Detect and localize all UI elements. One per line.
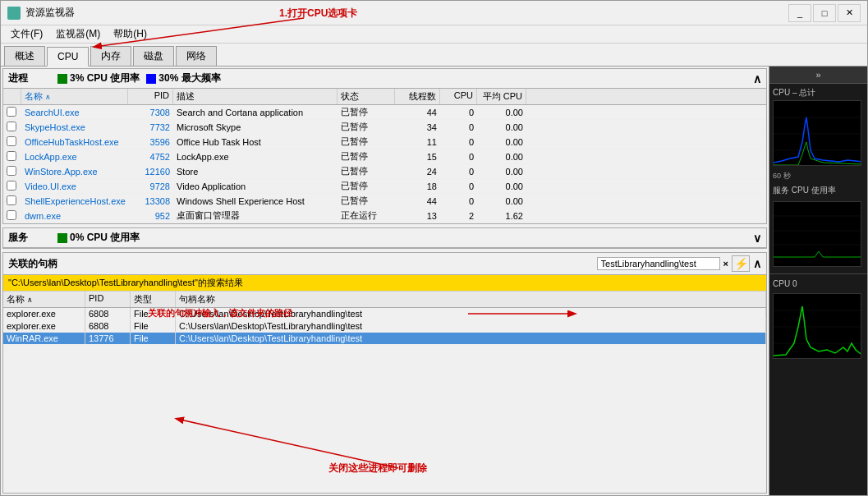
service-cpu-label: 服务 CPU 使用率 <box>773 185 864 196</box>
handles-row-handle: C:\Users\lan\Desktop\TestLibraryhandling… <box>176 320 766 332</box>
process-table-row[interactable]: OfficeHubTaskHost.exe 3596 Office Hub Ta… <box>3 135 766 149</box>
col-header-pid[interactable]: PID <box>128 89 173 104</box>
maximize-button[interactable]: □ <box>813 4 836 22</box>
graph-time-label: 60 秒 <box>773 171 864 181</box>
handles-search-input[interactable] <box>597 257 720 270</box>
row-cpu: 0 <box>440 195 477 207</box>
right-panel-toggle[interactable]: » <box>769 67 867 84</box>
close-button[interactable]: ✕ <box>838 4 861 22</box>
col-header-threads[interactable]: 线程数 <box>395 89 440 104</box>
handles-search-clear[interactable]: × <box>723 259 728 269</box>
process-table-row[interactable]: dwm.exe 952 桌面窗口管理器 正在运行 13 2 1.62 <box>3 209 766 223</box>
process-section-header: 进程 3% CPU 使用率 30% 最大频率 ∧ <box>3 69 766 89</box>
minimize-button[interactable]: _ <box>788 4 811 22</box>
menu-help[interactable]: 帮助(H) <box>107 25 154 43</box>
services-section: 服务 0% CPU 使用率 ∨ <box>2 227 767 249</box>
row-cpu: 0 <box>440 122 477 133</box>
handles-row-handle: C:\Users\lan\Desktop\TestLibraryhandling… <box>176 333 766 344</box>
row-name: LockApp.exe <box>21 151 128 163</box>
row-checkbox[interactable] <box>3 180 21 193</box>
col-header-status[interactable]: 状态 <box>338 89 395 104</box>
svg-rect-2 <box>9 17 19 18</box>
row-threads: 24 <box>395 166 440 177</box>
process-table-row[interactable]: Video.UI.exe 9728 Video Application 已暂停 … <box>3 179 766 194</box>
services-section-header: 服务 0% CPU 使用率 ∨ <box>3 228 766 248</box>
row-desc: Windows Shell Experience Host <box>173 195 338 207</box>
row-avgcpu: 0.00 <box>477 107 526 118</box>
tab-overview[interactable]: 概述 <box>4 46 45 66</box>
row-threads: 13 <box>395 210 440 222</box>
row-checkbox[interactable] <box>3 165 21 178</box>
row-checkbox[interactable] <box>3 121 21 134</box>
handles-chevron[interactable]: ∧ <box>753 257 761 270</box>
svg-rect-0 <box>8 7 20 16</box>
cpu0-graph-section <box>769 290 867 362</box>
col-header-desc[interactable]: 描述 <box>173 89 338 104</box>
handles-col-header-name[interactable]: 名称 ∧ <box>3 292 85 307</box>
cpu-green-dot <box>57 74 67 84</box>
row-checkbox[interactable] <box>3 135 21 149</box>
col-header-cpu[interactable]: CPU <box>440 89 477 104</box>
service-cpu-graph-section <box>769 198 867 270</box>
row-name: WinStore.App.exe <box>21 166 128 177</box>
row-checkbox[interactable] <box>3 209 21 223</box>
row-desc: Search and Cortana application <box>173 107 338 118</box>
process-cpu-usage: 3% CPU 使用率 <box>70 71 140 85</box>
process-section-chevron[interactable]: ∧ <box>753 72 761 85</box>
main-window: 资源监视器 _ □ ✕ 文件(F) 监视器(M) 帮助(H) 概述 CPU 内存… <box>0 0 868 496</box>
process-table-row[interactable]: ShellExperienceHost.exe 13308 Windows Sh… <box>3 194 766 209</box>
tab-network[interactable]: 网络 <box>176 46 217 66</box>
handles-row-pid: 6808 <box>85 308 131 319</box>
row-pid: 3596 <box>128 136 173 148</box>
row-pid: 4752 <box>128 151 173 163</box>
row-name: OfficeHubTaskHost.exe <box>21 136 128 148</box>
tab-memory[interactable]: 内存 <box>90 46 131 66</box>
window-controls: _ □ ✕ <box>788 4 861 22</box>
handles-col-header-type[interactable]: 类型 <box>131 292 176 307</box>
cpu-total-graph-section: CPU – 总计 <box>769 84 867 169</box>
services-cpu-indicator: 0% CPU 使用率 <box>57 231 140 245</box>
tab-cpu[interactable]: CPU <box>47 47 89 67</box>
handles-row-handle: C:\Users\lan\Desktop\TestLibraryhandling… <box>176 308 766 319</box>
row-checkbox[interactable] <box>3 195 21 208</box>
row-pid: 12160 <box>128 166 173 177</box>
col-header-avgcpu[interactable]: 平均 CPU <box>477 89 526 104</box>
cpu-total-graph <box>773 100 861 166</box>
handles-table-row[interactable]: explorer.exe 6808 File C:\Users\lan\Desk… <box>3 320 766 333</box>
process-section-title: 进程 <box>8 71 57 85</box>
cpu0-label: CPU 0 <box>773 279 864 288</box>
handles-search-button[interactable]: ⚡ <box>732 255 750 272</box>
row-checkbox[interactable] <box>3 150 21 163</box>
tab-disk[interactable]: 磁盘 <box>133 46 174 66</box>
menu-monitor[interactable]: 监视器(M) <box>49 25 107 43</box>
main-content: 进程 3% CPU 使用率 30% 最大频率 ∧ <box>1 67 867 495</box>
process-table-row[interactable]: WinStore.App.exe 12160 Store 已暂停 24 0 0.… <box>3 164 766 179</box>
row-cpu: 0 <box>440 166 477 177</box>
handles-table-row[interactable]: explorer.exe 6808 File C:\Users\lan\Desk… <box>3 308 766 320</box>
handles-search-result-header: "C:\Users\lan\Desktop\TestLibraryhandlin… <box>3 275 766 292</box>
services-section-chevron[interactable]: ∨ <box>753 232 761 245</box>
process-table-row[interactable]: SkypeHost.exe 7732 Microsoft Skype 已暂停 3… <box>3 120 766 135</box>
col-header-name[interactable]: 名称 ∧ <box>21 89 128 104</box>
process-table-row[interactable]: LockApp.exe 4752 LockApp.exe 已暂停 15 0 0.… <box>3 149 766 164</box>
svg-rect-1 <box>11 16 17 17</box>
row-avgcpu: 1.62 <box>477 210 526 222</box>
row-name: dwm.exe <box>21 210 128 222</box>
process-table-body: SearchUI.exe 7308 Search and Cortana app… <box>3 105 766 223</box>
col-header-check <box>3 89 21 104</box>
handles-col-header-handle[interactable]: 句柄名称 <box>176 292 766 307</box>
handles-table-row[interactable]: WinRAR.exe 13776 File C:\Users\lan\Deskt… <box>3 333 766 345</box>
handles-col-header-pid[interactable]: PID <box>85 292 131 307</box>
process-table-row[interactable]: SearchUI.exe 7308 Search and Cortana app… <box>3 105 766 120</box>
title-bar: 资源监视器 _ □ ✕ <box>1 1 867 25</box>
handles-row-type: File <box>131 320 176 332</box>
row-avgcpu: 0.00 <box>477 136 526 148</box>
row-desc: Office Hub Task Host <box>173 136 338 148</box>
handles-row-name: WinRAR.exe <box>3 333 85 344</box>
handles-row-name: explorer.exe <box>3 308 85 319</box>
menu-file[interactable]: 文件(F) <box>4 25 49 43</box>
row-checkbox[interactable] <box>3 106 21 119</box>
row-threads: 44 <box>395 195 440 207</box>
row-status: 正在运行 <box>338 209 395 223</box>
row-desc: Video Application <box>173 181 338 192</box>
